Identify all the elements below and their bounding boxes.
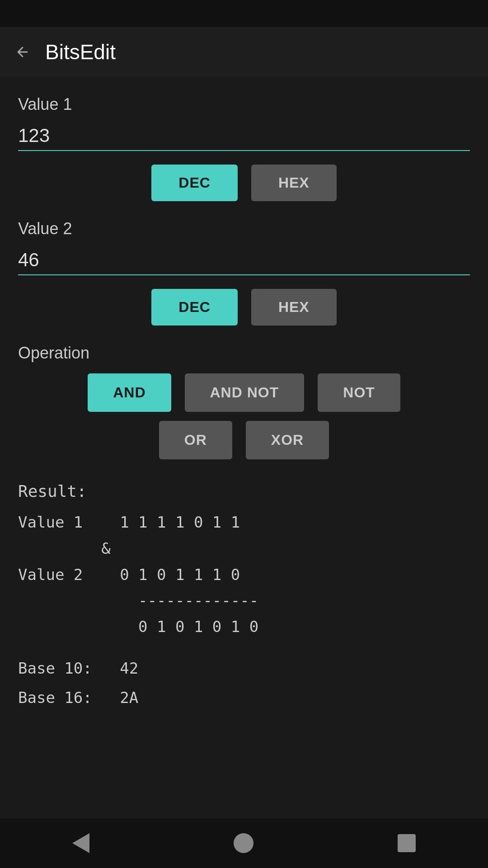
result-label: Result: xyxy=(18,482,470,500)
or-button[interactable]: OR xyxy=(159,421,232,459)
result-value1-bits: 1 1 1 1 0 1 1 xyxy=(120,513,240,531)
base16-label: Base 16: xyxy=(18,689,92,707)
result-operator: & xyxy=(18,539,111,557)
header: BitsEdit xyxy=(0,27,488,77)
result-value1-label: Value 1 xyxy=(18,513,120,531)
base10-label: Base 10: xyxy=(18,659,92,677)
value2-hex-button[interactable]: HEX xyxy=(251,289,337,326)
result-separator-row: ------------- xyxy=(18,588,470,614)
not-button[interactable]: NOT xyxy=(318,373,400,412)
value1-hex-button[interactable]: HEX xyxy=(251,165,337,201)
operation-label: Operation xyxy=(18,344,470,363)
back-nav-button[interactable] xyxy=(72,833,89,853)
result-value1-row: Value 1 1 1 1 1 0 1 1 xyxy=(18,509,470,536)
result-bases: Base 10: 42 Base 16: 2A xyxy=(18,654,470,712)
value2-section: Value 2 DEC HEX xyxy=(18,219,470,326)
value2-dec-button[interactable]: DEC xyxy=(151,289,238,326)
page-title: BitsEdit xyxy=(45,40,116,64)
operation-row1: AND AND NOT NOT xyxy=(18,373,470,412)
recents-nav-icon xyxy=(398,834,416,852)
result-bits-padding xyxy=(18,618,138,636)
value2-label: Value 2 xyxy=(18,219,470,238)
xor-button[interactable]: XOR xyxy=(246,421,329,459)
status-bar xyxy=(0,0,488,27)
result-value2-bits: 0 1 0 1 1 1 0 xyxy=(120,566,240,584)
value2-input[interactable] xyxy=(18,245,470,275)
value1-dec-button[interactable]: DEC xyxy=(151,165,238,201)
main-content: Value 1 DEC HEX Value 2 DEC HEX Operatio… xyxy=(0,77,488,818)
result-value2-label: Value 2 xyxy=(18,566,120,584)
result-value2-row: Value 2 0 1 0 1 1 1 0 xyxy=(18,562,470,588)
and-button[interactable]: AND xyxy=(88,373,171,412)
result-operator-row: & xyxy=(18,536,470,562)
value1-input[interactable] xyxy=(18,121,470,151)
operation-row2: OR XOR xyxy=(18,421,470,459)
and-not-button[interactable]: AND NOT xyxy=(185,373,305,412)
base10-value xyxy=(101,659,110,677)
value1-input-container xyxy=(18,121,470,151)
navigation-bar xyxy=(0,818,488,868)
value1-label: Value 1 xyxy=(18,95,470,114)
home-nav-icon xyxy=(234,833,253,853)
recents-nav-button[interactable] xyxy=(398,834,416,852)
result-separator: ------------- xyxy=(18,591,258,609)
operation-section: Operation AND AND NOT NOT OR XOR xyxy=(18,344,470,459)
base16-result: 2A xyxy=(120,689,138,707)
value1-format-buttons: DEC HEX xyxy=(18,165,470,201)
base16-row: Base 16: 2A xyxy=(18,683,470,712)
value1-section: Value 1 DEC HEX xyxy=(18,95,470,201)
home-nav-button[interactable] xyxy=(234,833,253,853)
result-section: Result: Value 1 1 1 1 1 0 1 1 & Value 2 … xyxy=(18,482,470,712)
value2-input-container xyxy=(18,245,470,275)
base16-value xyxy=(101,689,110,707)
base10-result: 42 xyxy=(120,659,138,677)
result-bits-row: 0 1 0 1 0 1 0 xyxy=(18,614,470,640)
result-bits: 0 1 0 1 0 1 0 xyxy=(138,618,258,636)
result-table: Value 1 1 1 1 1 0 1 1 & Value 2 0 1 0 1 … xyxy=(18,509,470,640)
back-nav-icon xyxy=(72,833,89,853)
value2-format-buttons: DEC HEX xyxy=(18,289,470,326)
back-button[interactable] xyxy=(14,43,32,61)
base10-row: Base 10: 42 xyxy=(18,654,470,683)
